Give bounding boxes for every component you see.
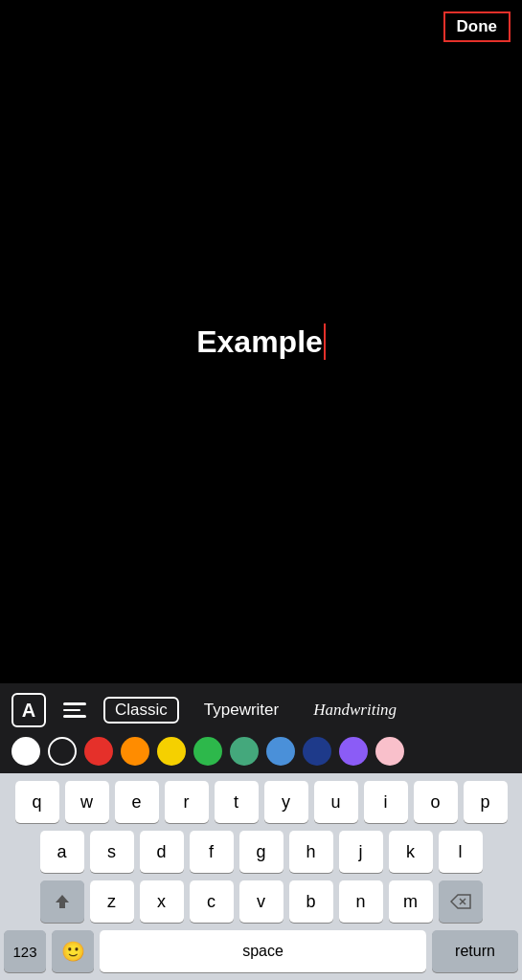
align-line-1 — [63, 702, 86, 705]
key-shift[interactable] — [40, 880, 84, 923]
key-d[interactable]: d — [140, 831, 184, 873]
key-l[interactable]: l — [439, 831, 483, 873]
key-q[interactable]: q — [15, 781, 59, 823]
color-swatch-red[interactable] — [84, 737, 113, 766]
shift-icon — [53, 892, 72, 911]
color-row — [11, 737, 511, 766]
key-space[interactable]: space — [100, 930, 426, 972]
color-swatch-pink[interactable] — [375, 737, 404, 766]
key-emoji[interactable]: 🙂 — [52, 930, 94, 972]
color-swatch-teal[interactable] — [230, 737, 259, 766]
color-swatch-blue[interactable] — [266, 737, 295, 766]
key-m[interactable]: m — [389, 880, 433, 923]
key-g[interactable]: g — [239, 831, 284, 873]
key-r[interactable]: r — [165, 781, 209, 823]
key-y[interactable]: y — [264, 781, 308, 823]
align-line-2 — [63, 709, 80, 712]
key-c[interactable]: c — [190, 880, 234, 923]
key-i[interactable]: i — [364, 781, 408, 823]
key-backspace[interactable] — [439, 880, 483, 923]
key-numbers[interactable]: 123 — [4, 930, 46, 972]
key-u[interactable]: u — [314, 781, 358, 823]
key-e[interactable]: e — [115, 781, 159, 823]
font-style-icon[interactable]: A — [11, 693, 46, 727]
font-option-classic[interactable]: Classic — [103, 697, 179, 724]
color-swatch-dark-blue[interactable] — [303, 737, 331, 766]
color-swatch-purple[interactable] — [339, 737, 368, 766]
done-button[interactable]: Done — [443, 11, 511, 42]
font-option-handwriting[interactable]: Handwriting — [304, 698, 406, 723]
align-icon[interactable] — [59, 699, 90, 722]
canvas-area: Done Example — [0, 0, 522, 683]
key-x[interactable]: x — [140, 880, 184, 923]
key-k[interactable]: k — [389, 831, 433, 873]
keyboard-bottom-row: 123 🙂 space return — [4, 930, 518, 976]
key-w[interactable]: w — [65, 781, 109, 823]
color-swatch-green[interactable] — [193, 737, 222, 766]
key-f[interactable]: f — [190, 831, 234, 873]
key-return[interactable]: return — [432, 930, 518, 972]
canvas-text: Example — [196, 324, 323, 360]
key-j[interactable]: j — [339, 831, 383, 873]
keyboard-row-3: z x c v b n m — [4, 880, 518, 923]
backspace-icon — [450, 894, 471, 909]
key-b[interactable]: b — [289, 880, 333, 923]
key-a[interactable]: a — [40, 831, 84, 873]
text-cursor — [324, 323, 326, 360]
key-z[interactable]: z — [90, 880, 134, 923]
keyboard-row-1: q w e r t y u i o p — [4, 781, 518, 823]
keyboard: q w e r t y u i o p a s d f g h j k l z … — [0, 773, 522, 980]
align-line-3 — [63, 715, 86, 718]
font-option-typewriter[interactable]: Typewriter — [194, 698, 288, 723]
key-p[interactable]: p — [464, 781, 508, 823]
key-o[interactable]: o — [414, 781, 458, 823]
color-swatch-yellow[interactable] — [157, 737, 186, 766]
color-swatch-white-outline[interactable] — [48, 737, 77, 766]
font-options: Classic Typewriter Handwriting — [103, 697, 511, 724]
toolbar-row1: A Classic Typewriter Handwriting — [11, 693, 511, 727]
key-h[interactable]: h — [289, 831, 333, 873]
text-display: Example — [196, 323, 326, 360]
color-swatch-orange[interactable] — [121, 737, 149, 766]
toolbar: A Classic Typewriter Handwriting — [0, 683, 522, 773]
key-s[interactable]: s — [90, 831, 134, 873]
key-v[interactable]: v — [239, 880, 284, 923]
color-swatch-white-filled[interactable] — [11, 737, 40, 766]
keyboard-row-2: a s d f g h j k l — [4, 831, 518, 873]
key-n[interactable]: n — [339, 880, 383, 923]
key-t[interactable]: t — [215, 781, 259, 823]
